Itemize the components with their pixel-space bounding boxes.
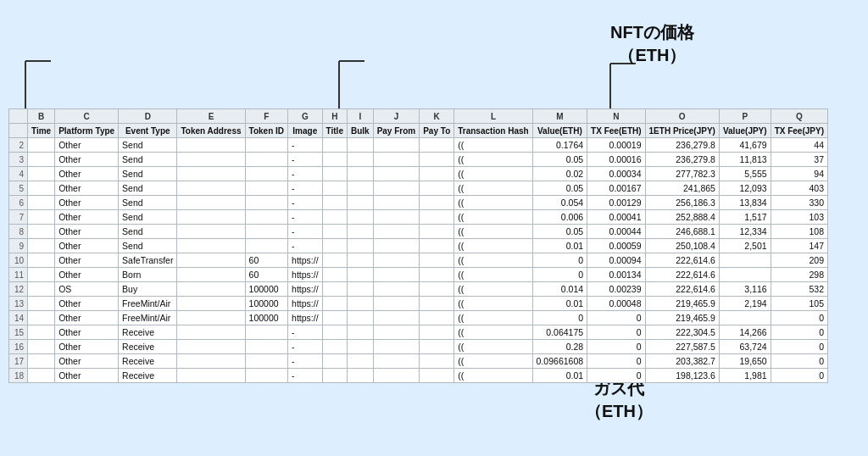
table-cell[interactable] (420, 196, 454, 210)
table-cell[interactable]: Other (55, 369, 119, 383)
table-cell[interactable]: 63,724 (719, 340, 771, 354)
table-cell[interactable] (420, 138, 454, 153)
table-cell[interactable]: 0.00134 (587, 268, 645, 282)
table-cell[interactable]: 0.01 (532, 239, 587, 253)
table-cell[interactable]: 0.01 (532, 297, 587, 311)
table-cell[interactable]: Other (55, 253, 119, 268)
table-cell[interactable] (420, 297, 454, 311)
table-cell[interactable] (347, 253, 373, 268)
col-header-M[interactable]: M (532, 109, 587, 124)
table-cell[interactable]: 100000 (245, 297, 287, 311)
table-cell[interactable]: 60 (245, 268, 287, 282)
table-cell[interactable]: 0 (587, 311, 645, 325)
table-cell[interactable]: 222,614.6 (645, 253, 719, 268)
table-cell[interactable]: (( (454, 253, 532, 268)
table-cell[interactable] (347, 369, 373, 383)
table-cell[interactable]: Other (55, 311, 119, 325)
table-cell[interactable]: - (288, 325, 323, 340)
table-cell[interactable]: 0 (771, 311, 827, 325)
table-cell[interactable] (245, 225, 287, 239)
table-cell[interactable]: 209 (771, 253, 827, 268)
table-cell[interactable]: 37 (771, 153, 827, 167)
table-cell[interactable]: Other (55, 268, 119, 282)
table-cell[interactable] (245, 369, 287, 383)
table-cell[interactable]: FreeMint/Air (119, 297, 177, 311)
table-cell[interactable]: Send (119, 167, 177, 181)
table-cell[interactable] (420, 253, 454, 268)
table-cell[interactable]: (( (454, 167, 532, 181)
table-cell[interactable]: 219,465.9 (645, 297, 719, 311)
table-cell[interactable] (420, 369, 454, 383)
table-cell[interactable]: 1,981 (719, 369, 771, 383)
table-cell[interactable]: 250,108.4 (645, 239, 719, 253)
table-cell[interactable] (322, 239, 347, 253)
table-cell[interactable] (373, 311, 420, 325)
table-cell[interactable] (245, 153, 287, 167)
table-cell[interactable]: 0.01 (532, 369, 587, 383)
table-cell[interactable] (322, 340, 347, 354)
col-header-O[interactable]: O (645, 109, 719, 124)
table-cell[interactable]: (( (454, 181, 532, 196)
table-cell[interactable] (373, 225, 420, 239)
table-cell[interactable]: Send (119, 181, 177, 196)
table-cell[interactable]: Send (119, 153, 177, 167)
table-cell[interactable] (719, 253, 771, 268)
table-cell[interactable]: (( (454, 340, 532, 354)
table-cell[interactable]: Buy (119, 282, 177, 297)
table-cell[interactable] (373, 239, 420, 253)
table-cell[interactable] (177, 282, 245, 297)
table-cell[interactable] (322, 196, 347, 210)
table-cell[interactable] (177, 354, 245, 369)
table-cell[interactable] (719, 268, 771, 282)
table-cell[interactable]: 100000 (245, 282, 287, 297)
table-cell[interactable] (28, 210, 55, 225)
table-cell[interactable]: 0.00059 (587, 239, 645, 253)
table-cell[interactable]: OS (55, 282, 119, 297)
table-cell[interactable]: 12,334 (719, 225, 771, 239)
table-cell[interactable] (322, 225, 347, 239)
table-cell[interactable]: 532 (771, 282, 827, 297)
table-cell[interactable] (28, 354, 55, 369)
table-cell[interactable]: (( (454, 282, 532, 297)
table-cell[interactable] (177, 225, 245, 239)
table-cell[interactable]: Other (55, 153, 119, 167)
table-cell[interactable]: 0.00044 (587, 225, 645, 239)
table-cell[interactable] (322, 311, 347, 325)
table-cell[interactable]: 0.014 (532, 282, 587, 297)
table-cell[interactable]: - (288, 239, 323, 253)
table-cell[interactable]: 11,813 (719, 153, 771, 167)
table-cell[interactable] (373, 282, 420, 297)
table-cell[interactable] (28, 325, 55, 340)
table-cell[interactable] (28, 167, 55, 181)
table-cell[interactable] (347, 225, 373, 239)
table-cell[interactable] (347, 325, 373, 340)
table-cell[interactable]: 60 (245, 253, 287, 268)
table-cell[interactable]: - (288, 138, 323, 153)
table-cell[interactable] (420, 167, 454, 181)
table-cell[interactable] (347, 311, 373, 325)
table-cell[interactable]: 100000 (245, 311, 287, 325)
table-cell[interactable] (177, 297, 245, 311)
table-cell[interactable]: 108 (771, 225, 827, 239)
table-cell[interactable] (373, 210, 420, 225)
table-cell[interactable] (322, 268, 347, 282)
table-cell[interactable]: 105 (771, 297, 827, 311)
table-cell[interactable]: 0 (532, 253, 587, 268)
table-cell[interactable]: 0.05 (532, 225, 587, 239)
table-cell[interactable] (28, 239, 55, 253)
table-cell[interactable]: Other (55, 138, 119, 153)
table-cell[interactable]: 41,679 (719, 138, 771, 153)
table-cell[interactable] (347, 181, 373, 196)
table-cell[interactable] (245, 210, 287, 225)
table-cell[interactable] (373, 297, 420, 311)
table-cell[interactable]: 3,116 (719, 282, 771, 297)
table-cell[interactable]: 0.00019 (587, 138, 645, 153)
table-cell[interactable] (420, 340, 454, 354)
table-cell[interactable] (719, 311, 771, 325)
table-cell[interactable]: https:// (288, 311, 323, 325)
table-cell[interactable]: 298 (771, 268, 827, 282)
table-cell[interactable]: Other (55, 297, 119, 311)
table-cell[interactable]: Send (119, 225, 177, 239)
table-cell[interactable]: 0 (771, 340, 827, 354)
table-cell[interactable] (347, 138, 373, 153)
